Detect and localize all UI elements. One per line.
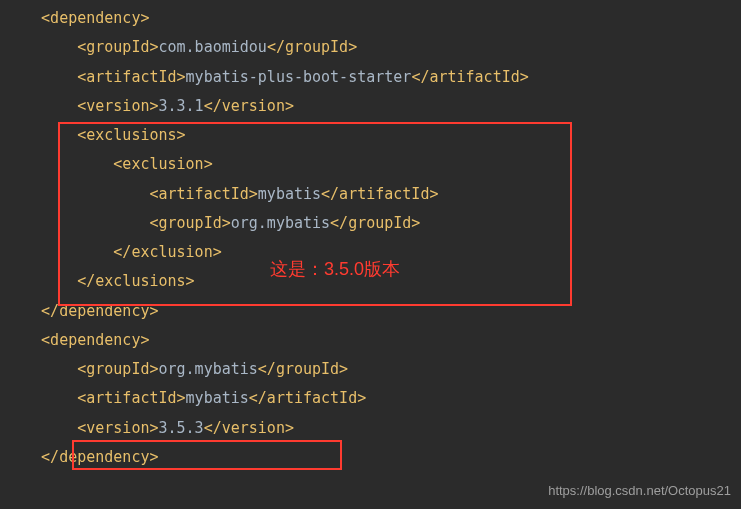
code-line: </exclusions>	[14, 267, 727, 296]
watermark-text: https://blog.csdn.net/Octopus21	[548, 478, 731, 503]
code-line: </exclusion>	[14, 238, 727, 267]
code-line: <groupId>com.baomidou</groupId>	[14, 33, 727, 62]
code-line: <artifactId>mybatis</artifactId>	[14, 384, 727, 413]
code-line: <artifactId>mybatis</artifactId>	[14, 180, 727, 209]
code-line: <exclusions>	[14, 121, 727, 150]
code-line: <groupId>org.mybatis</groupId>	[14, 355, 727, 384]
code-line: </dependency>	[14, 443, 727, 472]
code-line: <version>3.3.1</version>	[14, 92, 727, 121]
code-line: <exclusion>	[14, 150, 727, 179]
code-line: <artifactId>mybatis-plus-boot-starter</a…	[14, 63, 727, 92]
code-line: </dependency>	[14, 297, 727, 326]
code-line: <groupId>org.mybatis</groupId>	[14, 209, 727, 238]
code-block: <dependency> <groupId>com.baomidou</grou…	[0, 0, 741, 476]
code-line: <version>3.5.3</version>	[14, 414, 727, 443]
code-line: <dependency>	[14, 4, 727, 33]
code-line: <dependency>	[14, 326, 727, 355]
